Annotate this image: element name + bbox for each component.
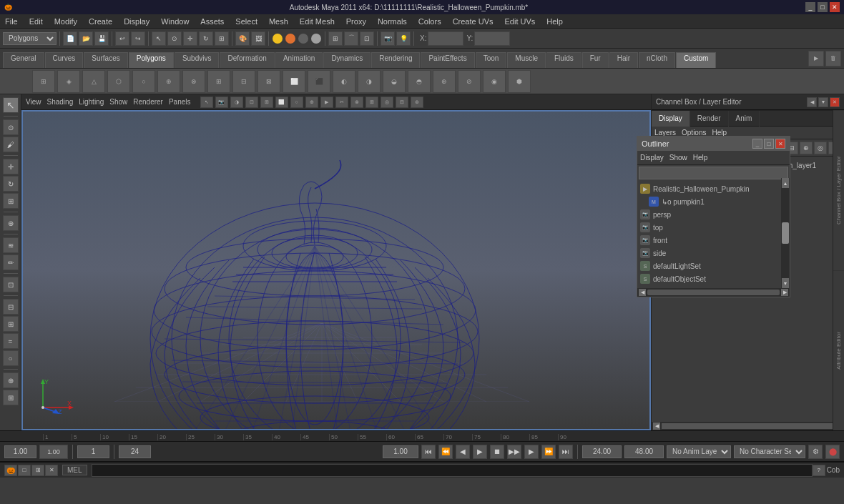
tool-universal-left[interactable]: ⊕ [3, 215, 19, 231]
outliner-scroll-up[interactable]: ▲ [782, 178, 789, 188]
viewport-menu-view[interactable]: View [26, 98, 41, 106]
shelf-tool-2[interactable]: ◈ [57, 70, 80, 93]
shelf-tab-subdivs[interactable]: Subdvivs [175, 52, 220, 68]
tool-sculpt-left[interactable]: ✏ [3, 255, 19, 270]
outliner-menu-help[interactable]: Help [693, 154, 708, 162]
tree-item-defaultobjectset[interactable]: S defaultObjectSet [637, 272, 790, 285]
tool-snap-curve[interactable]: ⌒ [344, 31, 358, 46]
tool-save[interactable]: 💾 [94, 31, 109, 46]
shelf-tool-18[interactable]: ⊘ [458, 70, 481, 93]
menu-edit[interactable]: Edit [27, 17, 45, 26]
vp-icon-anim[interactable]: ◎ [381, 97, 393, 108]
tree-item-pumpkin1[interactable]: M ↳o pumpkin1 [646, 195, 790, 208]
outliner-maximize-button[interactable]: □ [764, 139, 774, 149]
play-forward-button[interactable]: ▶▶ [507, 445, 521, 459]
shelf-tab-animation[interactable]: Animation [275, 52, 323, 68]
menu-assets[interactable]: Assets [198, 17, 226, 26]
auto-key-button[interactable]: ⬤ [825, 445, 840, 459]
vp-icon-camera[interactable]: 📷 [215, 97, 228, 108]
tool-move[interactable]: ✛ [183, 31, 197, 46]
viewport-3d[interactable]: Y X Z [21, 110, 651, 430]
end-frame-input[interactable] [582, 445, 622, 458]
char-set-select[interactable]: No Character Set [734, 445, 805, 458]
shelf-tool-17[interactable]: ⊕ [433, 70, 456, 93]
tool-redo[interactable]: ↪ [131, 31, 145, 46]
shelf-tab-fluids[interactable]: Fluids [546, 52, 582, 68]
status-btn-2[interactable]: □ [18, 465, 31, 476]
menu-proxy[interactable]: Proxy [344, 17, 368, 26]
vp-icon-playblast[interactable]: ▶ [320, 97, 333, 108]
tool-show-manip[interactable]: ⊡ [3, 277, 19, 292]
vp-icon-grid[interactable]: ⊞ [260, 97, 273, 108]
viewport-menu-renderer[interactable]: Renderer [133, 98, 163, 106]
vp-icon-stereo[interactable]: ⊛ [411, 97, 423, 108]
shelf-trash-icon[interactable]: 🗑 [825, 51, 841, 66]
goto-start-button[interactable]: ⏮ [421, 445, 436, 459]
vp-icon-render[interactable]: ⬜ [275, 97, 288, 108]
tool-plane-left[interactable]: ⊟ [3, 299, 19, 315]
tool-lasso[interactable]: ⊙ [167, 31, 182, 46]
menu-file[interactable]: File [3, 17, 20, 26]
tool-scale[interactable]: ⊞ [215, 31, 229, 46]
layer-tab-display[interactable]: Display [652, 111, 690, 127]
tree-item-front[interactable]: 📷 front [637, 234, 790, 247]
vp-icon-bookmark[interactable]: ⊗ [350, 97, 363, 108]
shelf-tab-general[interactable]: General [3, 52, 44, 68]
shelf-tool-13[interactable]: ◐ [333, 70, 355, 93]
viewport-menu-shading[interactable]: Shading [47, 98, 74, 106]
shelf-tool-4[interactable]: ⬡ [107, 70, 130, 93]
attribute-editor-side-label[interactable]: Attribute Editor [833, 270, 844, 430]
tool-render-region[interactable]: 🎨 [235, 31, 250, 46]
outliner-menu-show[interactable]: Show [669, 154, 687, 162]
vp-icon-xray[interactable]: ⊡ [245, 97, 258, 108]
shelf-tab-painteffects[interactable]: PaintEffects [421, 52, 474, 68]
shelf-tool-7[interactable]: ⊗ [182, 70, 205, 93]
vp-icon-resolution[interactable]: ⊟ [396, 97, 408, 108]
outliner-close-button[interactable]: ✕ [775, 139, 785, 149]
playback-current-time[interactable] [383, 445, 418, 458]
menu-window[interactable]: Window [159, 17, 191, 26]
tool-undo[interactable]: ↩ [115, 31, 129, 46]
tool-wave-left[interactable]: ≈ [3, 333, 19, 349]
layer-tool-3[interactable]: ⊕ [800, 142, 813, 154]
tool-snap-point[interactable]: ⊡ [360, 31, 374, 46]
end-range-input[interactable] [119, 445, 151, 458]
tool-open[interactable]: 📂 [79, 31, 93, 46]
shelf-tool-16[interactable]: ◓ [408, 70, 431, 93]
shelf-tool-10[interactable]: ⊠ [257, 70, 280, 93]
menu-display[interactable]: Display [122, 17, 152, 26]
playback-options[interactable]: ⚙ [808, 445, 823, 459]
tool-sphere-left[interactable]: ○ [3, 350, 19, 366]
menu-mesh[interactable]: Mesh [267, 17, 290, 26]
mel-input[interactable] [92, 464, 813, 477]
vp-icon-isolate[interactable]: ○ [290, 97, 303, 108]
shelf-tool-1[interactable]: ⊞ [32, 70, 55, 93]
stop-button[interactable]: ⏹ [490, 445, 504, 459]
step-back-button[interactable]: ◀ [456, 445, 470, 459]
viewport-menu-panels[interactable]: Panels [169, 98, 191, 106]
tool-grid-left[interactable]: ⊞ [3, 316, 19, 332]
shelf-tab-hair[interactable]: Hair [609, 52, 638, 68]
menu-edit-mesh[interactable]: Edit Mesh [298, 17, 337, 26]
cb-expand-button[interactable]: ◀ [807, 97, 817, 107]
vp-icon-snap[interactable]: ⊞ [365, 97, 378, 108]
outliner-hscroll-right[interactable]: ▶ [781, 289, 788, 296]
outliner-search-input[interactable] [639, 167, 788, 179]
outliner-scrollbar-thumb[interactable] [782, 222, 789, 244]
menu-help[interactable]: Help [544, 17, 565, 26]
tool-move-left[interactable]: ✛ [3, 159, 19, 174]
tool-rotate[interactable]: ↻ [199, 31, 213, 46]
menu-create-uvs[interactable]: Create UVs [451, 17, 496, 26]
shelf-tab-custom[interactable]: Custom [676, 52, 716, 68]
minimize-button[interactable]: _ [805, 2, 815, 12]
layer-tab-render[interactable]: Render [690, 111, 729, 127]
play-btn-placeholder[interactable]: 1.00 [39, 445, 68, 459]
help-line-btn[interactable]: ? [813, 465, 825, 476]
shelf-tab-rendering[interactable]: Rendering [371, 52, 420, 68]
tool-render[interactable]: 🖼 [251, 31, 265, 46]
shelf-tool-14[interactable]: ◑ [358, 70, 381, 93]
y-value[interactable] [474, 31, 510, 46]
menu-modify[interactable]: Modify [52, 17, 79, 26]
outliner-hscroll-left[interactable]: ◀ [639, 289, 646, 296]
shelf-tool-20[interactable]: ⬢ [508, 70, 531, 93]
